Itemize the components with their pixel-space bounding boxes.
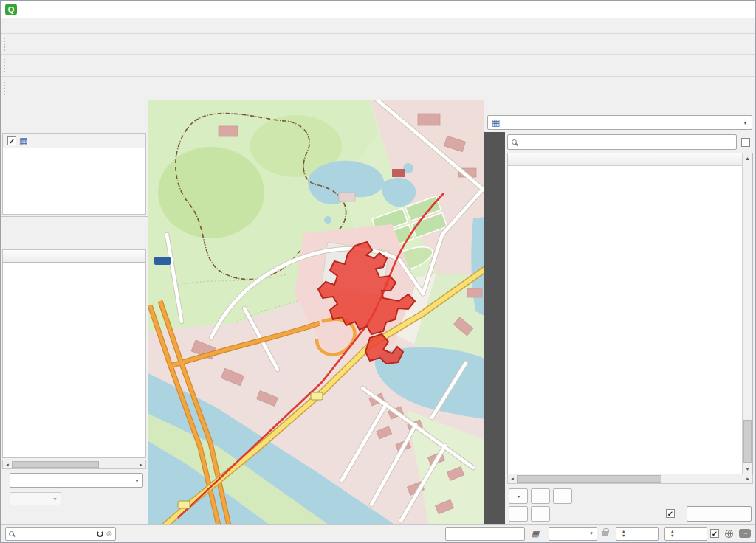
road-shield-a22 <box>154 257 171 265</box>
search-icon <box>512 139 517 145</box>
edit-rule-button[interactable] <box>553 488 572 504</box>
map-canvas[interactable] <box>148 100 484 524</box>
left-dock: ▦ <box>1 100 148 524</box>
layer-visibility-checkbox[interactable] <box>7 136 16 145</box>
identify-column-headers <box>2 249 146 263</box>
rules-vertical-scrollbar[interactable]: ▲▼ <box>742 153 752 474</box>
identify-results-tree <box>2 263 146 458</box>
road-shield-b8 <box>311 392 323 400</box>
left-dock-tabs <box>1 508 148 524</box>
magnifier-spinbox[interactable]: ▲▼ <box>616 527 659 541</box>
rotation-spinbox[interactable]: ▲▼ <box>664 527 707 541</box>
live-update-checkbox[interactable] <box>666 509 675 518</box>
toolbar-grip[interactable] <box>4 59 7 72</box>
menubar <box>1 18 755 34</box>
clear-search-icon[interactable]: ⊗ <box>106 530 112 538</box>
toolbar-grip[interactable] <box>4 38 7 51</box>
toolbar-advanced-plugins <box>1 77 755 100</box>
styling-layer-combobox[interactable]: ▦ ▼ <box>487 115 752 130</box>
coordinate-input[interactable] <box>445 527 525 541</box>
filter-rules-input[interactable] <box>507 134 737 150</box>
statusbar: ⊗ ▦ ▼ ▲▼ ▲▼ … <box>1 524 755 542</box>
styling-tabstrip <box>484 132 505 524</box>
rules-list <box>508 166 742 474</box>
layer-item[interactable]: ▦ <box>3 134 145 148</box>
search-icon <box>9 531 14 536</box>
scale-lock-icon[interactable] <box>602 531 608 536</box>
add-rule-button[interactable]: ▾ <box>509 488 528 504</box>
locator-spinner-icon <box>97 530 103 537</box>
toolbar-grip[interactable] <box>4 82 7 95</box>
layers-tree: ▦ <box>2 133 146 215</box>
vector-tile-layer-icon: ▦ <box>492 117 500 128</box>
identify-view-row: ▼ <box>1 490 148 508</box>
crs-globe-icon[interactable] <box>725 530 733 538</box>
scale-combobox[interactable]: ▼ <box>549 527 597 541</box>
rules-column-headers <box>508 153 742 166</box>
toolbar-main <box>1 34 755 55</box>
vector-tile-layer-icon: ▦ <box>19 136 27 146</box>
extents-toggle-icon[interactable]: ▦ <box>529 527 542 540</box>
layers-panel: ▦ <box>1 100 148 217</box>
remove-rule-button[interactable] <box>531 488 550 504</box>
map-svg <box>148 100 484 524</box>
rules-horizontal-scrollbar[interactable]: ◂▸ <box>507 474 753 484</box>
identify-mode-row: ▼ <box>1 471 148 490</box>
qgis-window: Q <box>0 0 756 543</box>
render-checkbox[interactable] <box>710 529 719 538</box>
identify-results-panel: ◂▸ ▼ ▼ <box>1 217 148 524</box>
titlebar: Q <box>1 1 755 18</box>
messages-icon[interactable]: … <box>739 529 751 538</box>
minimize-button[interactable] <box>656 1 689 18</box>
layer-styling-panel: ▦ ▼ <box>484 100 755 524</box>
style-undo-button[interactable] <box>509 506 528 522</box>
locator-search-input[interactable]: ⊗ <box>5 527 116 541</box>
toolbar-digitizing <box>1 55 755 77</box>
style-redo-button[interactable] <box>531 506 550 522</box>
view-combobox[interactable]: ▼ <box>10 492 61 505</box>
road-shield-b8-2 <box>178 501 190 508</box>
apply-button[interactable] <box>687 506 752 522</box>
close-button[interactable] <box>722 1 755 18</box>
mode-combobox[interactable]: ▼ <box>10 473 143 488</box>
maximize-button[interactable] <box>689 1 722 18</box>
visible-rules-only-checkbox[interactable] <box>741 138 750 147</box>
identify-horizontal-scrollbar[interactable]: ◂▸ <box>2 460 146 469</box>
qgis-logo-icon: Q <box>5 4 17 15</box>
